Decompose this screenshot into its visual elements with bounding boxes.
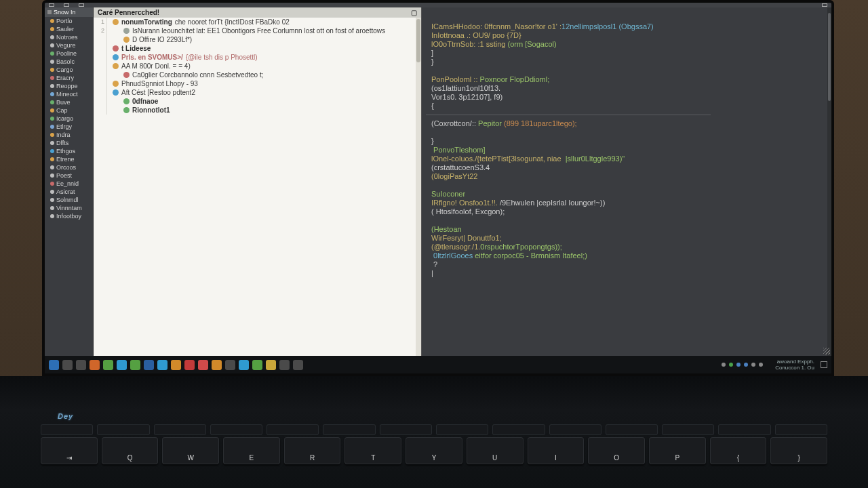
taskbar-app-icon[interactable] [90,360,100,370]
scrollbar-thumb[interactable] [828,13,831,101]
taskbar-app-icon[interactable] [279,360,290,370]
sidebar-item[interactable]: Sauler [45,25,93,33]
outline-item[interactable]: PhnudSgnniot Lhopy - 93 [96,79,418,88]
outline-item[interactable]: nonumTorwting che nooret forTt {InctIDos… [96,18,418,26]
code-line: } [431,58,822,66]
taskbar-app-icon[interactable] [198,360,208,370]
resize-handle[interactable] [823,348,830,354]
taskbar-app-icon[interactable] [62,360,73,370]
folder-icon [50,125,54,129]
tray-dot[interactable] [759,363,763,367]
taskbar-app-icon[interactable] [212,360,222,370]
sidebar-item[interactable]: Vegure [45,41,93,49]
sidebar-item[interactable]: Infootboy [45,212,93,220]
taskbar-app-icon[interactable] [49,360,59,370]
taskbar-app-icon[interactable] [252,360,262,370]
code-line: lO0oTtrnSob: :1 ssting (orm [Sogacol) [431,40,822,49]
sidebar-item[interactable]: Etrene [45,155,93,163]
outline-scrollbar[interactable] [416,18,421,356]
sidebar-item[interactable]: Indra [45,131,93,139]
outline-panel: Caré Pennercched! ▢ 12 nonumTorwting che… [94,7,422,356]
key: Q [102,437,159,464]
win-max-icon[interactable] [822,3,827,7]
bullet-icon [123,98,130,104]
outline-item[interactable]: 0dfnaoe [96,97,418,106]
sidebar-header[interactable]: Snow In [45,7,93,17]
code-editor[interactable]: ICamsHHodoo: 0ffcnnm_Nasor!tor o1' :12ne… [422,7,831,356]
tray-dot[interactable] [722,363,726,367]
folder-icon [50,190,54,194]
code-line: ( Htoslfoolof, Excgon); [431,207,822,216]
outline-item[interactable]: Aft Cést [Restoo pdtent2 [96,88,418,97]
taskbar-app-icon[interactable] [76,360,86,370]
outline-item[interactable]: Rionnotlot1 [96,106,418,115]
taskbar-app-icon[interactable] [117,360,127,370]
sidebar-item[interactable]: Cap [45,106,93,115]
taskbar-app-icon[interactable] [157,360,167,370]
outline-item[interactable]: Prls. en SVOMUS>/ {@ile tsh dis p Phoset… [96,53,418,62]
tray-dot[interactable] [751,363,755,367]
sidebar-item[interactable]: Cargo [45,66,93,74]
win-back-icon[interactable] [49,3,54,7]
code-line: (Hestoan [431,225,822,234]
folder-icon [50,84,54,88]
sidebar-item[interactable]: Dffts [45,139,93,147]
taskbar-app-icon[interactable] [130,360,140,370]
sidebar-item[interactable]: Poest [45,171,93,180]
key: R [284,437,341,464]
win-play-icon[interactable] [79,3,84,7]
outline-item[interactable]: Ca0glier Corcbannolo cnnn Sesbetvedteo t… [96,70,418,79]
taskbar-app-icon[interactable] [293,360,303,370]
taskbar-app-icon[interactable] [144,360,154,370]
editor-scrollbar[interactable] [827,7,831,356]
close-icon[interactable]: ▢ [411,7,417,18]
sidebar-item[interactable]: Portlo [45,17,93,25]
sidebar-item[interactable]: Notroes [45,33,93,41]
folder-icon [50,19,54,23]
tray-dot[interactable] [729,363,733,367]
outline-item[interactable]: D Offire IO 2293Lf*) [96,35,418,44]
tray-dot[interactable] [744,363,748,367]
sidebar-item[interactable]: Asicrat [45,188,93,196]
sidebar-item[interactable]: Reoppe [45,82,93,90]
sidebar-item[interactable]: Ethgos [45,147,93,155]
outline-tab[interactable]: Caré Pennercched! ▢ [94,7,421,18]
sidebar-item[interactable]: Orcoos [45,163,93,171]
scrollbar-thumb[interactable] [416,19,420,62]
fn-key [436,424,488,435]
taskbar-app-icon[interactable] [239,360,249,370]
fn-key [267,424,319,435]
sidebar-item[interactable]: Pooline [45,49,93,58]
sidebar-item[interactable]: Vinnntam [45,204,93,212]
fn-key [492,424,545,435]
win-restore-icon[interactable] [64,3,69,7]
sidebar-item[interactable]: Mineoct [45,90,93,98]
sidebar: Snow In PortloSaulerNotroesVegurePooline… [45,7,94,356]
taskbar-app-icon[interactable] [184,360,195,370]
sidebar-item[interactable]: Solnmdl [45,196,93,204]
sidebar-item[interactable]: Buve [45,98,93,106]
sidebar-item[interactable]: Eracry [45,74,93,82]
taskbar-app-icon[interactable] [103,360,113,370]
tray-clock[interactable]: awoand Expph. Conuccon 1. Ou [775,359,814,371]
folder-icon [50,117,54,121]
folder-icon [50,133,54,137]
outline-item[interactable]: IsNurann leounchitet lat: EE1 Obontigors… [96,26,418,35]
outline-item[interactable]: AA M 800r Donl. = = 4) [96,62,418,70]
tray-dot[interactable] [736,363,741,367]
bullet-icon [113,54,119,60]
gutter: 12 [94,18,107,115]
taskbar-app-icon[interactable] [266,360,276,370]
folder-icon [50,198,54,202]
outline-item[interactable]: t Lideese [96,44,418,53]
outline-body: 12 nonumTorwting che nooret forTt {InctI… [94,18,421,115]
sidebar-item[interactable]: Icargo [45,115,93,123]
sidebar-item[interactable]: Ee_nnid [45,180,93,188]
taskbar-app-icon[interactable] [171,360,181,370]
key: } [770,437,827,464]
show-desktop-icon[interactable] [821,361,827,368]
sidebar-item[interactable]: Etlrgy [45,123,93,131]
taskbar-app-icon[interactable] [225,360,235,370]
sidebar-item[interactable]: Basolc [45,58,93,66]
workspace: Snow In PortloSaulerNotroesVegurePooline… [45,7,831,356]
